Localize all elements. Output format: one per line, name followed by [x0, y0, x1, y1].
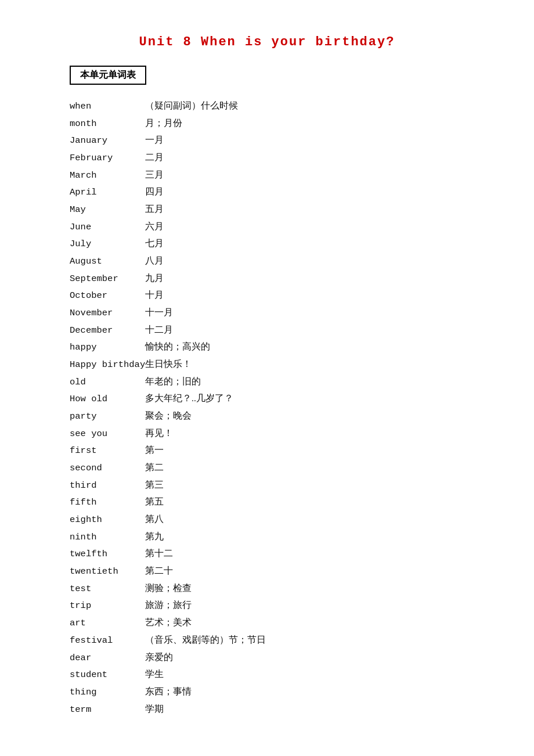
vocab-english: twentieth: [70, 563, 145, 580]
vocab-item: term学期: [70, 701, 464, 718]
vocab-chinese: 第二十: [145, 566, 173, 575]
vocab-chinese: 亲爱的: [145, 652, 173, 662]
vocab-english: dear: [70, 650, 145, 667]
vocab-chinese: 学期: [145, 704, 164, 714]
vocab-item: when（疑问副词）什么时候: [70, 98, 464, 115]
vocab-item: old年老的；旧的: [70, 373, 464, 391]
vocab-english: old: [70, 374, 145, 391]
vocab-item: trip旅游；旅行: [70, 597, 464, 614]
vocab-item: September九月: [70, 270, 464, 287]
vocab-chinese: 二月: [145, 152, 164, 162]
vocab-item: test测验；检查: [70, 580, 464, 597]
vocab-item: August八月: [70, 253, 464, 270]
vocab-item: third第三: [70, 477, 464, 494]
vocab-english: party: [70, 408, 145, 425]
vocab-english: when: [70, 98, 145, 115]
vocab-item: How old多大年纪？..几岁了？: [70, 390, 464, 408]
vocab-chinese: 四月: [145, 186, 164, 196]
vocab-chinese: 九月: [145, 273, 164, 283]
vocab-item: month月；月份: [70, 115, 464, 132]
vocab-chinese: 旅游；旅行: [145, 600, 192, 610]
vocab-item: second第二: [70, 459, 464, 477]
vocab-item: party聚会；晚会: [70, 408, 464, 425]
vocab-english: test: [70, 581, 145, 597]
vocab-item: October十月: [70, 287, 464, 304]
vocab-chinese: 五月: [145, 204, 164, 214]
vocab-chinese: 七月: [145, 238, 164, 248]
vocab-english: first: [70, 442, 145, 459]
vocab-english: see you: [70, 426, 145, 442]
vocab-english: February: [70, 150, 145, 167]
vocab-english: month: [70, 116, 145, 132]
vocab-chinese: （疑问副词）什么时候: [145, 100, 238, 110]
vocab-chinese: 月；月份: [145, 118, 182, 128]
vocab-item: thing东西；事情: [70, 683, 464, 701]
vocab-item: fifth第五: [70, 494, 464, 511]
vocab-item: dear亲爱的: [70, 649, 464, 667]
vocab-english: fifth: [70, 494, 145, 511]
vocab-chinese: 第八: [145, 514, 164, 524]
vocab-item: student学生: [70, 666, 464, 683]
vocab-chinese: 第二: [145, 462, 164, 472]
vocab-item: November十一月: [70, 304, 464, 322]
vocab-item: first第一: [70, 442, 464, 459]
vocab-english: festival: [70, 632, 145, 649]
vocab-chinese: 再见！: [145, 428, 173, 438]
vocab-chinese: 十二月: [145, 325, 173, 334]
vocab-english: How old: [70, 391, 145, 408]
vocab-chinese: 聚会；晚会: [145, 411, 192, 420]
vocab-english: third: [70, 477, 145, 494]
vocab-chinese: 测验；检查: [145, 583, 192, 593]
vocab-english: July: [70, 236, 145, 253]
vocab-chinese: 三月: [145, 170, 164, 179]
vocab-item: art艺术；美术: [70, 614, 464, 632]
vocab-english: thing: [70, 684, 145, 701]
vocab-english: second: [70, 460, 145, 477]
vocab-chinese: 第三: [145, 480, 164, 489]
vocab-item: June六月: [70, 218, 464, 236]
vocab-item: February二月: [70, 149, 464, 167]
vocab-chinese: 生日快乐！: [145, 359, 192, 369]
vocab-item: July七月: [70, 235, 464, 253]
vocab-english: student: [70, 667, 145, 683]
vocab-item: May五月: [70, 201, 464, 218]
vocab-chinese: 八月: [145, 255, 164, 265]
vocab-chinese: 六月: [145, 221, 164, 231]
vocab-english: March: [70, 167, 145, 184]
vocab-chinese: 一月: [145, 135, 164, 145]
vocab-chinese: 愉快的；高兴的: [145, 341, 210, 351]
vocab-chinese: 多大年纪？..几岁了？: [145, 393, 233, 403]
vocab-item: festival（音乐、戏剧等的）节；节日: [70, 632, 464, 649]
vocab-english: September: [70, 271, 145, 287]
vocab-chinese: 第一: [145, 445, 164, 455]
vocab-english: trip: [70, 597, 145, 614]
vocab-english: January: [70, 132, 145, 149]
vocab-chinese: 学生: [145, 669, 164, 679]
vocab-chinese: 第九: [145, 531, 164, 541]
vocab-chinese: （音乐、戏剧等的）节；节日: [145, 635, 266, 645]
vocab-item: December十二月: [70, 322, 464, 339]
vocab-item: Happy birthday生日快乐！: [70, 356, 464, 373]
vocab-item: ninth第九: [70, 528, 464, 546]
vocab-item: happy愉快的；高兴的: [70, 339, 464, 356]
vocab-chinese: 第十二: [145, 548, 173, 558]
vocab-item: January一月: [70, 132, 464, 149]
vocab-english: term: [70, 701, 145, 718]
vocab-english: Happy birthday: [70, 357, 145, 373]
vocab-english: happy: [70, 339, 145, 356]
vocab-english: June: [70, 219, 145, 236]
vocab-chinese: 艺术；美术: [145, 617, 192, 627]
vocab-chinese: 十一月: [145, 307, 173, 317]
vocab-list: when（疑问副词）什么时候month月；月份January一月February…: [70, 98, 464, 718]
vocab-chinese: 第五: [145, 496, 164, 506]
vocab-item: see you再见！: [70, 425, 464, 442]
vocab-english: May: [70, 201, 145, 218]
vocab-item: eighth第八: [70, 511, 464, 528]
vocab-item: twelfth第十二: [70, 545, 464, 563]
vocab-english: art: [70, 615, 145, 632]
section-label: 本单元单词表: [70, 66, 146, 85]
vocab-english: December: [70, 322, 145, 339]
vocab-english: eighth: [70, 512, 145, 528]
vocab-item: April四月: [70, 183, 464, 201]
vocab-english: twelfth: [70, 546, 145, 563]
